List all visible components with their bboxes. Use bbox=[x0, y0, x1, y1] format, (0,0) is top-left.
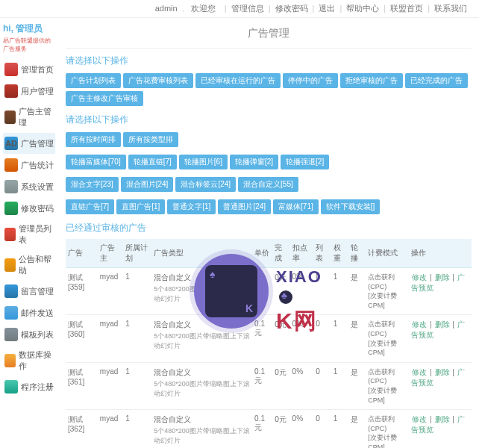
top-link[interactable]: 退出 bbox=[319, 4, 335, 13]
filter-tag[interactable]: 混合图片[24] bbox=[121, 177, 174, 192]
filter-tag[interactable]: 广告花费审核列表 bbox=[123, 73, 193, 88]
filter-tag[interactable]: 停停中的广告 bbox=[283, 73, 338, 88]
ad-id[interactable]: 测试[362] bbox=[66, 410, 98, 448]
table-title: 已经通过审核的广告 bbox=[66, 222, 472, 234]
op-link[interactable]: 修改 bbox=[412, 273, 427, 281]
op-link[interactable]: 修改 bbox=[412, 320, 427, 329]
menu-icon bbox=[4, 284, 18, 298]
filter-tag[interactable]: 富媒体[71] bbox=[273, 199, 319, 214]
menu-label: 数据库操作 bbox=[19, 349, 54, 372]
filter-tag[interactable]: 软件下载安装[] bbox=[321, 199, 381, 214]
menu-item[interactable]: 用户管理 bbox=[3, 81, 55, 102]
table-row: 测试[359]myad1混合自定义5个480*200图片带缩略图上下滚动幻灯片0… bbox=[66, 268, 472, 315]
menu-item[interactable]: 邮件发送 bbox=[3, 302, 55, 323]
menu-item[interactable]: 修改密码 bbox=[3, 198, 55, 219]
menu-icon bbox=[4, 158, 18, 172]
filter-tag[interactable]: 广告计划列表 bbox=[66, 73, 121, 88]
filter-tag[interactable]: 混合自定义[55] bbox=[238, 177, 298, 192]
ad-weight: 1 bbox=[331, 315, 348, 362]
section-title-1: 请选择以下操作 bbox=[66, 55, 472, 67]
filter-tag[interactable]: 轮播强退[2] bbox=[281, 155, 329, 169]
op-link[interactable]: 修改 bbox=[412, 415, 427, 423]
table-row: 测试[362]myad1混合自定义5个480*200图片带缩略图上下滚动幻灯片0… bbox=[66, 410, 472, 448]
page-title: 广告管理 bbox=[66, 24, 472, 49]
main-content: 广告管理 请选择以下操作 广告计划列表广告花费审核列表已经审核在运行的广告停停中… bbox=[58, 18, 479, 448]
menu-label: 修改密码 bbox=[21, 203, 54, 214]
menu-icon bbox=[4, 202, 18, 215]
filter-tag[interactable]: 直图广告[1] bbox=[116, 199, 165, 214]
ad-rate: 0% bbox=[290, 362, 314, 409]
ad-id[interactable]: 测试[360] bbox=[66, 315, 98, 362]
top-link[interactable]: 联系我们 bbox=[434, 4, 467, 13]
section-title-2: 请选择以下操作 bbox=[66, 113, 472, 126]
filter-tag[interactable]: 直链广告[7] bbox=[66, 199, 114, 214]
table-row: 测试[360]myad1混合自定义5个480*200图片带缩略图上下滚动幻灯片0… bbox=[66, 315, 472, 362]
menu-item[interactable]: 公告和帮助 bbox=[3, 250, 55, 280]
tag-row: 混合文字[23]混合图片[24]混合标签云[24]混合自定义[55] bbox=[66, 175, 472, 193]
ad-done: 0元 bbox=[272, 315, 289, 362]
ad-list: 0 bbox=[313, 410, 331, 448]
filter-tag[interactable]: 所有按时间排 bbox=[66, 132, 121, 147]
menu-item[interactable]: 数据库操作 bbox=[3, 346, 55, 376]
ad-rate: 0% bbox=[290, 268, 314, 315]
op-link[interactable]: 删除 bbox=[435, 320, 450, 329]
ad-price: 0.1元 bbox=[252, 362, 272, 409]
filter-tag[interactable]: 轮播图片[6] bbox=[179, 155, 228, 169]
ad-id[interactable]: 测试[359] bbox=[66, 268, 98, 315]
ad-weight: 1 bbox=[331, 268, 348, 315]
menu-icon bbox=[4, 84, 18, 98]
top-link[interactable]: 联盟首页 bbox=[390, 4, 423, 13]
filter-tag[interactable]: 轮播弹窗[2] bbox=[230, 155, 278, 169]
menu-label: 邮件发送 bbox=[21, 308, 54, 319]
ad-weight: 1 bbox=[331, 410, 348, 448]
menu-icon bbox=[4, 228, 16, 241]
op-link[interactable]: 删除 bbox=[435, 368, 450, 376]
menu-icon bbox=[4, 328, 18, 341]
ad-plan: 1 bbox=[123, 362, 151, 409]
filter-tag[interactable]: 普通文字[1] bbox=[167, 199, 216, 214]
table-header: 广告主 bbox=[98, 239, 123, 268]
menu-item[interactable]: 程序注册 bbox=[3, 376, 55, 397]
filter-tag[interactable]: 已经审核在运行的广告 bbox=[195, 73, 281, 88]
menu-icon bbox=[4, 111, 16, 124]
menu-item[interactable]: 系统设置 bbox=[3, 176, 55, 197]
menu-icon bbox=[4, 180, 18, 193]
menu-label: 用户管理 bbox=[21, 86, 54, 97]
op-link[interactable]: 删除 bbox=[435, 273, 450, 281]
ad-owner: myad bbox=[98, 362, 123, 409]
menu-item[interactable]: 模板列表 bbox=[3, 324, 55, 345]
welcome-text: 欢迎您 bbox=[191, 4, 216, 13]
top-link[interactable]: 帮助中心 bbox=[346, 4, 379, 13]
filter-tag[interactable]: 普通图片[24] bbox=[218, 199, 271, 214]
menu-item[interactable]: AD广告管理 bbox=[3, 133, 55, 154]
menu-item[interactable]: 管理员列表 bbox=[3, 220, 55, 249]
filter-tag[interactable]: 轮播富媒体[70] bbox=[66, 155, 126, 169]
table-header: 计费模式 bbox=[366, 239, 409, 268]
top-link[interactable]: 修改密码 bbox=[275, 4, 308, 13]
ad-id[interactable]: 测试[361] bbox=[66, 362, 98, 409]
filter-tag[interactable]: 混合标签云[24] bbox=[175, 177, 236, 192]
menu-item[interactable]: 广告统计 bbox=[3, 155, 55, 175]
filter-tag[interactable]: 所有按类型排 bbox=[123, 132, 178, 147]
ad-type: 混合自定义5个480*200图片带缩略图上下滚动幻灯片 bbox=[151, 268, 252, 315]
menu-item[interactable]: 管理首页 bbox=[3, 59, 55, 80]
ad-mode: 点击获利(CPC)[次要计费CPM] bbox=[366, 362, 409, 409]
filter-tag[interactable]: 拒绝审核的广告 bbox=[340, 73, 403, 88]
ad-price: 0.1元 bbox=[252, 315, 272, 362]
ad-list: 0 bbox=[313, 362, 331, 409]
ad-rotate: 是 bbox=[348, 362, 366, 409]
op-link[interactable]: 修改 bbox=[412, 368, 427, 376]
filter-tag[interactable]: 广告主修改广告审核 bbox=[66, 91, 143, 106]
filter-tag[interactable]: 混合文字[23] bbox=[66, 177, 119, 192]
menu-item[interactable]: 广告主管理 bbox=[3, 102, 55, 132]
ad-done: 0元 bbox=[272, 268, 289, 315]
filter-tag[interactable]: 已经完成的广告 bbox=[405, 73, 468, 88]
top-link[interactable]: 管理信息 bbox=[231, 4, 264, 13]
tag-row: 所有按时间排所有按类型排 bbox=[66, 131, 472, 149]
menu-item[interactable]: 留言管理 bbox=[3, 281, 55, 302]
menu-icon bbox=[4, 306, 18, 320]
ad-mode: 点击获利(CPC)[次要计费CPM] bbox=[366, 315, 409, 362]
menu-label: 模板列表 bbox=[21, 329, 54, 340]
filter-tag[interactable]: 轮播直链[7] bbox=[128, 155, 177, 169]
op-link[interactable]: 删除 bbox=[435, 415, 450, 423]
